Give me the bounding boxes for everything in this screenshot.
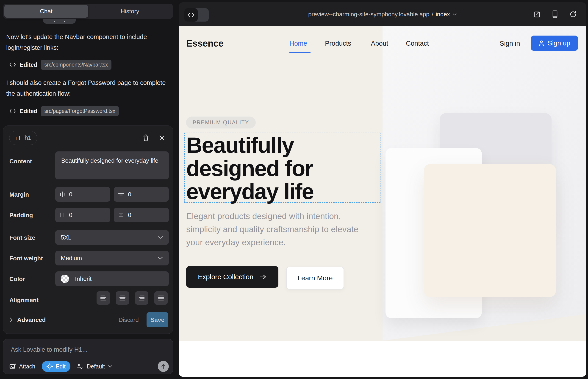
nav-link-home[interactable]: Home — [289, 40, 307, 47]
default-mode-button[interactable]: Default — [77, 363, 112, 370]
browser-chrome: preview--charming-site-symphony.lovable.… — [179, 2, 586, 26]
sign-up-button[interactable]: Sign up — [531, 35, 578, 51]
premium-quality-badge: PREMIUM QUALITY — [186, 117, 256, 128]
padding-x-input[interactable]: 0 — [55, 208, 110, 222]
alignment-group — [96, 291, 168, 305]
file-chip[interactable]: src/components/Navbar.tsx — [41, 60, 111, 70]
padding-horizontal-icon — [59, 212, 65, 218]
padding-y-input[interactable]: 0 — [114, 208, 169, 222]
font-size-label: Font size — [9, 234, 35, 241]
edited-file-row: Edited src/components/Navbar.tsx — [9, 59, 111, 70]
transparency-swatch-icon — [61, 275, 69, 283]
prompt-composer: Ask Lovable to modify H1... Attach Edit … — [3, 339, 173, 374]
edit-label: Edit — [56, 363, 66, 370]
edited-label: Edited — [20, 62, 37, 68]
mobile-icon — [552, 10, 558, 18]
align-left-icon — [100, 295, 107, 301]
user-icon — [539, 40, 544, 46]
padding-x-value: 0 — [69, 211, 72, 219]
margin-vertical-icon — [118, 191, 124, 197]
hero-heading-line: everyday life — [186, 180, 379, 203]
delete-element-button[interactable] — [141, 133, 151, 143]
site-navbar: Essence Home Products About Contact Sign… — [179, 26, 586, 61]
tab-history[interactable]: History — [88, 5, 172, 18]
explore-collection-button[interactable]: Explore Collection — [186, 266, 279, 288]
edit-mode-button[interactable]: Edit — [42, 361, 70, 372]
decor-card-beige — [424, 164, 556, 297]
url-page: index — [436, 11, 450, 18]
sliders-icon — [77, 363, 84, 370]
hero-heading[interactable]: Beautifully designed for everyday life — [186, 134, 379, 203]
content-input[interactable]: Beautifully designed for everyday life — [55, 151, 169, 179]
nav-link-products[interactable]: Products — [325, 40, 351, 47]
margin-y-input[interactable]: 0 — [114, 187, 169, 202]
advanced-label: Advanced — [17, 316, 46, 323]
chevron-down-icon — [157, 256, 163, 260]
tab-chat[interactable]: Chat — [4, 5, 88, 18]
preview-browser: preview--charming-site-symphony.lovable.… — [179, 2, 586, 377]
nav-home-underline — [289, 52, 310, 53]
file-chip[interactable]: src/pages/ForgotPassword.tsx — [41, 106, 119, 116]
section-below-hero — [179, 341, 586, 377]
padding-label: Padding — [9, 212, 33, 219]
hero-heading-line: Beautifully — [186, 134, 379, 157]
font-weight-select[interactable]: Medium — [55, 251, 169, 266]
element-tag-pill[interactable]: TT h1 — [9, 131, 37, 145]
align-right-button[interactable] — [135, 291, 148, 305]
nav-link-contact[interactable]: Contact — [406, 40, 429, 47]
refresh-icon — [569, 11, 576, 18]
sign-up-label: Sign up — [548, 39, 570, 47]
attach-button[interactable]: Attach — [9, 363, 35, 370]
content-label: Content — [9, 158, 32, 165]
chevron-down-icon — [157, 236, 163, 239]
send-button[interactable] — [158, 361, 169, 372]
chevron-down-icon — [452, 13, 457, 16]
margin-y-value: 0 — [128, 191, 131, 198]
font-weight-label: Font weight — [9, 255, 43, 262]
composer-toolbar: Attach Edit Default — [9, 361, 169, 372]
default-label: Default — [87, 363, 105, 370]
url-domain: preview--charming-site-symphony.lovable.… — [308, 11, 429, 18]
font-size-select[interactable]: 5XL — [55, 230, 169, 245]
align-center-button[interactable] — [116, 291, 129, 305]
scrolled-message-bubble — [43, 19, 76, 24]
chrome-actions — [533, 2, 577, 26]
assistant-message: I should also create a Forgot Password p… — [6, 77, 169, 99]
learn-more-button[interactable]: Learn More — [286, 267, 344, 289]
align-justify-button[interactable] — [154, 291, 168, 305]
chevron-right-icon — [9, 317, 13, 323]
mobile-view-button[interactable] — [551, 10, 559, 18]
site-logo[interactable]: Essence — [186, 38, 224, 49]
open-external-button[interactable] — [533, 10, 541, 18]
sign-in-link[interactable]: Sign in — [500, 40, 520, 47]
lovable-editor-app: Chat History Now let's update the Navbar… — [0, 0, 588, 379]
refresh-button[interactable] — [569, 10, 577, 18]
arrow-right-icon — [259, 274, 267, 280]
discard-button[interactable]: Discard — [119, 316, 139, 323]
composer-input[interactable]: Ask Lovable to modify H1... — [11, 346, 88, 353]
close-panel-button[interactable] — [157, 133, 167, 143]
nav-link-about[interactable]: About — [371, 40, 388, 47]
code-view-toggle[interactable] — [184, 8, 209, 22]
external-link-icon — [533, 10, 541, 18]
align-left-button[interactable] — [96, 291, 110, 305]
color-label: Color — [9, 276, 25, 283]
padding-vertical-icon — [118, 212, 124, 218]
font-weight-value: Medium — [61, 255, 82, 262]
url-separator: / — [432, 11, 433, 18]
padding-y-value: 0 — [128, 211, 131, 219]
element-editor-panel: TT h1 Content Beautifully designed for e… — [3, 126, 173, 334]
advanced-toggle[interactable]: Advanced — [9, 316, 46, 323]
align-justify-icon — [158, 295, 164, 301]
margin-label: Margin — [9, 191, 29, 198]
code-icon — [9, 108, 16, 114]
save-button[interactable]: Save — [147, 312, 168, 327]
margin-x-input[interactable]: 0 — [55, 187, 110, 202]
color-select[interactable]: Inherit — [55, 271, 169, 286]
url-bar[interactable]: preview--charming-site-symphony.lovable.… — [308, 2, 457, 26]
color-value: Inherit — [75, 275, 92, 283]
element-tag: h1 — [25, 134, 31, 142]
attach-image-icon — [9, 363, 16, 370]
align-center-icon — [119, 295, 126, 301]
arrow-up-icon — [161, 364, 166, 369]
